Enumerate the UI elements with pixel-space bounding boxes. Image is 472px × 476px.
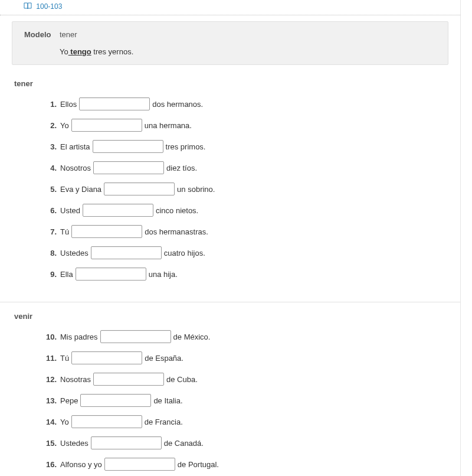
question-number: 15. bbox=[41, 439, 57, 448]
question-number: 6. bbox=[41, 206, 57, 215]
question-text-after: dos hermanastras. bbox=[145, 227, 208, 236]
question-text-before: Yo bbox=[60, 418, 69, 426]
question-row: 10.Mis padresde México. bbox=[41, 330, 460, 343]
sections-container: tener1.Ellosdos hermanos.2.Youna hermana… bbox=[0, 76, 460, 476]
question-text-after: de Francia. bbox=[145, 418, 183, 426]
question-number: 8. bbox=[41, 249, 57, 257]
worksheet-page: 100-103 Modelo tener Yo tengo tres yerno… bbox=[0, 0, 461, 476]
question-text-after: un sobrino. bbox=[177, 185, 215, 194]
question-text-before: Ella bbox=[60, 270, 73, 279]
page-reference-row: 100-103 bbox=[0, 0, 460, 15]
question-text-after: de Canadá. bbox=[164, 439, 204, 448]
answer-input[interactable] bbox=[80, 394, 151, 407]
question-number: 3. bbox=[41, 142, 57, 151]
question-row: 13.Pepede Italia. bbox=[41, 394, 460, 407]
question-row: 9.Ellauna hija. bbox=[41, 268, 460, 281]
question-row: 16.Alfonso y yode Portugal. bbox=[41, 458, 460, 471]
question-row: 6.Ustedcinco nietos. bbox=[41, 204, 460, 217]
answer-input[interactable] bbox=[104, 458, 175, 471]
question-text-before: Pepe bbox=[60, 396, 78, 405]
question-text-after: diez tíos. bbox=[166, 164, 197, 172]
answer-input[interactable] bbox=[91, 246, 162, 259]
question-text-before: Ellos bbox=[60, 100, 77, 109]
question-text-before: Tú bbox=[60, 354, 69, 363]
question-list: 10.Mis padresde México.11.Túde España.12… bbox=[0, 323, 460, 476]
question-text-before: Mis padres bbox=[60, 332, 98, 341]
modelo-after: tres yernos. bbox=[91, 47, 134, 56]
question-number: 16. bbox=[41, 460, 57, 469]
modelo-box: Modelo tener Yo tengo tres yernos. bbox=[12, 21, 448, 65]
answer-input[interactable] bbox=[83, 204, 153, 217]
question-text-after: de Italia. bbox=[153, 396, 182, 405]
answer-input[interactable] bbox=[76, 268, 146, 281]
question-number: 10. bbox=[41, 332, 57, 341]
question-text-after: de Cuba. bbox=[166, 375, 198, 384]
question-text-before: El artista bbox=[60, 142, 90, 151]
book-icon bbox=[24, 3, 34, 11]
question-row: 4.Nosotrosdiez tíos. bbox=[41, 161, 460, 174]
question-number: 11. bbox=[41, 354, 57, 363]
modelo-answer: tengo bbox=[68, 47, 91, 56]
question-row: 14.Yode Francia. bbox=[41, 415, 460, 428]
question-number: 5. bbox=[41, 185, 57, 194]
question-text-before: Tú bbox=[60, 227, 69, 236]
question-number: 9. bbox=[41, 270, 57, 279]
question-text-before: Nosotros bbox=[60, 164, 91, 172]
question-text-after: de México. bbox=[173, 332, 211, 341]
answer-input[interactable] bbox=[79, 97, 150, 110]
modelo-header-row: Modelo tener bbox=[24, 30, 436, 39]
section-title: venir bbox=[0, 308, 460, 323]
question-row: 11.Túde España. bbox=[41, 351, 460, 364]
question-row: 2.Youna hermana. bbox=[41, 119, 460, 132]
question-text-after: tres primos. bbox=[166, 142, 206, 151]
question-number: 1. bbox=[41, 100, 57, 109]
question-text-after: cinco nietos. bbox=[156, 206, 198, 215]
question-text-before: Ustedes bbox=[60, 249, 88, 257]
question-text-before: Nosotras bbox=[60, 375, 91, 384]
question-list: 1.Ellosdos hermanos.2.Youna hermana.3.El… bbox=[0, 90, 460, 291]
answer-input[interactable] bbox=[100, 330, 171, 343]
answer-input[interactable] bbox=[71, 225, 142, 238]
page-reference-link[interactable]: 100-103 bbox=[36, 2, 62, 11]
question-row: 3.El artistatres primos. bbox=[41, 140, 460, 153]
modelo-before: Yo bbox=[60, 47, 68, 56]
answer-input[interactable] bbox=[71, 351, 142, 364]
question-row: 12.Nosotrasde Cuba. bbox=[41, 373, 460, 386]
answer-input[interactable] bbox=[91, 436, 162, 449]
question-text-before: Eva y Diana bbox=[60, 185, 101, 194]
question-text-after: de Portugal. bbox=[178, 460, 219, 469]
question-number: 7. bbox=[41, 227, 57, 236]
question-row: 7.Túdos hermanastras. bbox=[41, 225, 460, 238]
question-text-after: cuatro hijos. bbox=[164, 249, 205, 257]
answer-input[interactable] bbox=[93, 161, 164, 174]
question-text-after: dos hermanos. bbox=[152, 100, 203, 109]
question-text-before: Ustedes bbox=[60, 439, 88, 448]
question-row: 1.Ellosdos hermanos. bbox=[41, 97, 460, 110]
answer-input[interactable] bbox=[71, 415, 142, 428]
question-text-before: Alfonso y yo bbox=[60, 460, 102, 469]
question-text-after: de España. bbox=[145, 354, 183, 363]
question-row: 5.Eva y Dianaun sobrino. bbox=[41, 182, 460, 195]
modelo-sentence: Yo tengo tres yernos. bbox=[24, 47, 436, 56]
answer-input[interactable] bbox=[71, 119, 142, 132]
question-number: 13. bbox=[41, 396, 57, 405]
modelo-verb: tener bbox=[60, 30, 77, 39]
section-divider bbox=[0, 302, 460, 302]
answer-input[interactable] bbox=[104, 182, 175, 195]
answer-input[interactable] bbox=[93, 140, 163, 153]
question-number: 4. bbox=[41, 164, 57, 172]
answer-input[interactable] bbox=[93, 373, 164, 386]
question-text-after: una hija. bbox=[149, 270, 178, 279]
question-text-before: Yo bbox=[60, 121, 69, 130]
question-number: 2. bbox=[41, 121, 57, 130]
question-number: 12. bbox=[41, 375, 57, 384]
modelo-label: Modelo bbox=[24, 30, 60, 39]
question-text-before: Usted bbox=[60, 206, 80, 215]
question-text-after: una hermana. bbox=[145, 121, 192, 130]
section-title: tener bbox=[0, 76, 460, 90]
question-number: 14. bbox=[41, 418, 57, 426]
question-row: 15.Ustedesde Canadá. bbox=[41, 436, 460, 449]
question-row: 8.Ustedescuatro hijos. bbox=[41, 246, 460, 259]
